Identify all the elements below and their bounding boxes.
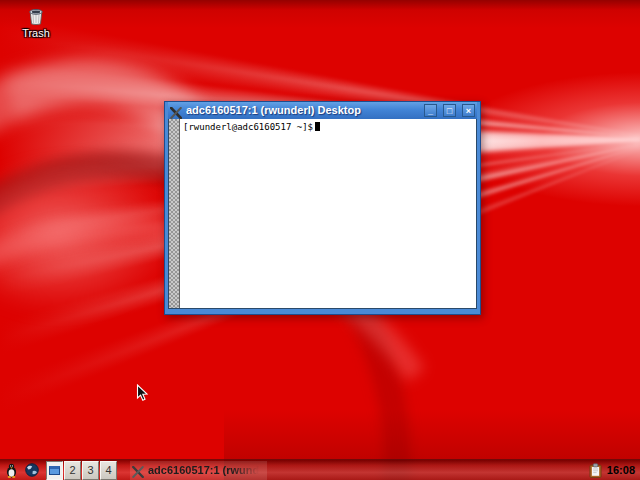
- taskbar-task-button[interactable]: adc6160517:1 (rwund: [130, 461, 267, 480]
- globe-launcher-icon[interactable]: [23, 462, 40, 479]
- desktop-pager: 2 3 4: [46, 461, 118, 480]
- minimize-button[interactable]: _: [424, 104, 437, 117]
- mouse-cursor: [136, 384, 149, 403]
- terminal-body: [rwunderl@adc6160517 ~]$: [168, 119, 477, 309]
- terminal-prompt: [rwunderl@adc6160517 ~]$: [183, 122, 313, 132]
- xterm-window: adc6160517:1 (rwunderl) Desktop _ □ × [r…: [164, 101, 481, 315]
- taskbar-clock[interactable]: 16:08: [607, 464, 635, 476]
- task-button-label: adc6160517:1 (rwund: [148, 464, 259, 476]
- penguin-launcher-icon[interactable]: [3, 462, 20, 479]
- system-tray: 16:08: [589, 463, 640, 478]
- pager-window-thumbnail: [49, 466, 60, 475]
- window-titlebar[interactable]: adc6160517:1 (rwunderl) Desktop _ □ ×: [168, 102, 477, 119]
- maximize-button[interactable]: □: [443, 104, 456, 117]
- desktop[interactable]: Trash adc6160517:1 (rwunderl) Desktop _ …: [0, 0, 640, 480]
- wallpaper-curve: [0, 165, 180, 315]
- xterm-icon: [170, 105, 182, 117]
- terminal-content[interactable]: [rwunderl@adc6160517 ~]$: [180, 119, 476, 308]
- clipboard-tray-icon[interactable]: [589, 463, 602, 478]
- pager-desktop-4[interactable]: 4: [100, 461, 117, 480]
- trash-desktop-icon[interactable]: Trash: [13, 6, 59, 39]
- taskbar: 2 3 4 adc6160517:1 (rwund: [0, 459, 640, 480]
- pager-desktop-1[interactable]: [46, 461, 63, 480]
- terminal-scrollbar[interactable]: [169, 119, 180, 308]
- pager-desktop-3[interactable]: 3: [82, 461, 99, 480]
- trash-label: Trash: [13, 27, 59, 39]
- pager-desktop-2[interactable]: 2: [64, 461, 81, 480]
- window-title: adc6160517:1 (rwunderl) Desktop: [186, 102, 418, 119]
- trash-icon: [13, 6, 59, 26]
- terminal-cursor: [315, 122, 320, 131]
- close-button[interactable]: ×: [462, 104, 475, 117]
- xterm-task-icon: [132, 464, 144, 476]
